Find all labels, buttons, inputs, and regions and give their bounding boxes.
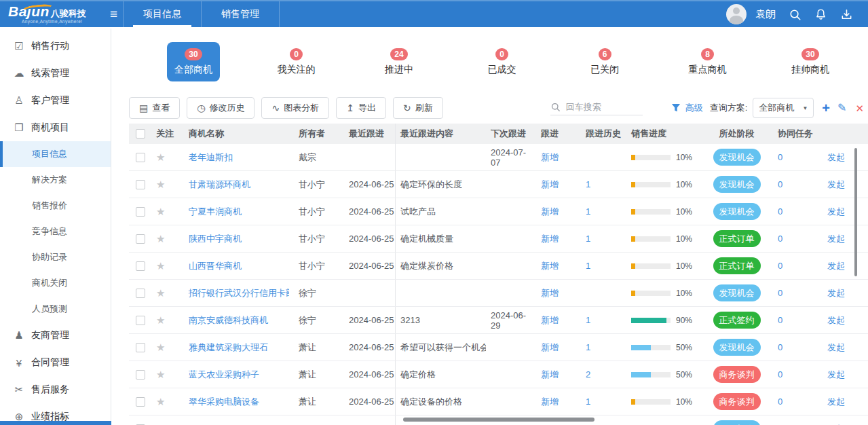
follow-add-link[interactable]: 新增 — [541, 206, 559, 217]
edit-scheme-icon[interactable]: ✎ — [837, 103, 846, 113]
row-checkbox[interactable] — [136, 234, 145, 244]
star-icon[interactable]: ★ — [156, 260, 165, 272]
follow-history-link[interactable]: 1 — [586, 206, 590, 217]
topbar-nav-item[interactable]: 项目信息 — [123, 1, 201, 27]
sidebar-item[interactable]: ✂ 售后服务 — [0, 376, 111, 403]
launch-task-link[interactable]: 发起 — [827, 233, 845, 245]
task-count-link[interactable]: 0 — [778, 152, 782, 162]
filter-tab[interactable]: 24 推进中 — [373, 42, 426, 81]
filter-tab[interactable]: 0 已成交 — [476, 42, 529, 81]
sidebar-item[interactable]: ❒ 商机项目 — [0, 114, 111, 141]
task-count-link[interactable]: 0 — [778, 179, 782, 189]
follow-add-link[interactable]: 新增 — [541, 315, 559, 325]
select-all-checkbox[interactable] — [136, 129, 145, 138]
follow-add-link[interactable]: 新增 — [541, 369, 559, 380]
follow-history-link[interactable]: 2 — [586, 369, 590, 380]
add-scheme-icon[interactable]: + — [822, 101, 830, 115]
task-count-link[interactable]: 0 — [778, 261, 782, 271]
follow-add-link[interactable]: 新增 — [541, 234, 559, 244]
scheme-select[interactable]: 全部商机 ▼ — [753, 98, 814, 118]
user-avatar[interactable] — [726, 4, 747, 24]
toolbar-button[interactable]: ◷ 修改历史 — [187, 97, 254, 119]
star-icon[interactable]: ★ — [156, 151, 165, 163]
follow-history-link[interactable]: 1 — [586, 234, 590, 244]
toolbar-button[interactable]: ↻ 刷新 — [393, 97, 443, 119]
toolbar-button[interactable]: ∿ 图表分析 — [261, 97, 329, 119]
row-checkbox[interactable] — [136, 153, 145, 162]
launch-task-link[interactable]: 发起 — [827, 396, 845, 408]
filter-tab[interactable]: 8 重点商机 — [681, 42, 734, 81]
follow-history-link[interactable]: 1 — [586, 261, 590, 271]
opportunity-name-link[interactable]: 翠华采购电脑设备 — [189, 396, 259, 407]
filter-tab[interactable]: 6 已关闭 — [578, 42, 631, 81]
star-icon[interactable]: ★ — [156, 423, 165, 425]
download-icon[interactable] — [840, 8, 853, 21]
row-checkbox[interactable] — [136, 261, 145, 271]
task-count-link[interactable]: 0 — [778, 342, 782, 352]
follow-add-link[interactable]: 新增 — [541, 261, 559, 271]
row-checkbox[interactable] — [136, 343, 145, 352]
sidebar-item[interactable]: ♙ 客户管理 — [0, 87, 111, 114]
opportunity-name-link[interactable]: 南京安威德科技商机 — [189, 315, 268, 325]
task-count-link[interactable]: 0 — [778, 396, 782, 407]
launch-task-link[interactable]: 发起 — [827, 179, 845, 191]
star-icon[interactable]: ★ — [156, 341, 165, 353]
filter-funnel-icon[interactable] — [671, 103, 681, 113]
follow-add-link[interactable]: 新增 — [541, 179, 559, 189]
toolbar-button[interactable]: ↥ 导出 — [336, 97, 386, 119]
follow-add-link[interactable]: 新增 — [541, 342, 559, 352]
star-icon[interactable]: ★ — [156, 179, 165, 190]
sidebar-item[interactable]: 商机关闭 — [0, 270, 111, 296]
launch-task-link[interactable]: 发起 — [827, 287, 845, 299]
opportunity-name-link[interactable]: 雅典建筑采购大理石 — [189, 342, 268, 352]
launch-task-link[interactable]: 发起 — [827, 341, 845, 354]
opportunity-name-link[interactable]: 蓝天农业采购种子 — [189, 369, 259, 380]
row-checkbox[interactable] — [136, 289, 145, 298]
search-icon[interactable] — [789, 8, 801, 21]
sidebar-item[interactable]: 项目信息 — [0, 141, 111, 167]
sidebar-item[interactable]: ☑ 销售行动 — [0, 33, 111, 60]
sidebar-item[interactable]: ☁ 线索管理 — [0, 60, 111, 87]
row-checkbox[interactable] — [136, 370, 145, 380]
sidebar-item[interactable]: ♟ 友商管理 — [0, 322, 111, 349]
opportunity-name-link[interactable]: 宁夏丰润商机 — [189, 206, 242, 217]
follow-history-link[interactable]: 1 — [586, 179, 590, 189]
horizontal-scrollbar[interactable] — [403, 418, 595, 422]
quick-search-input[interactable] — [565, 101, 639, 113]
follow-add-link[interactable]: 新增 — [541, 288, 559, 298]
launch-task-link[interactable]: 发起 — [827, 369, 845, 381]
sidebar-item[interactable]: 人员预测 — [0, 296, 111, 322]
star-icon[interactable]: ★ — [156, 314, 165, 326]
launch-task-link[interactable]: 发起 — [827, 151, 845, 164]
row-checkbox[interactable] — [136, 180, 145, 189]
launch-task-link[interactable]: 发起 — [827, 260, 845, 272]
sidebar-item[interactable]: 竞争信息 — [0, 219, 111, 244]
row-checkbox[interactable] — [136, 397, 145, 407]
app-logo[interactable]: Bajun 八骏科技 Anyone,Anytime,Anywhere! — [0, 4, 103, 24]
filter-tab[interactable]: 30 挂帅商机 — [784, 42, 837, 81]
advanced-search-link[interactable]: 高级 — [685, 102, 703, 114]
opportunity-name-link[interactable]: 甘肃瑞源环商机 — [189, 179, 250, 189]
notification-bell-icon[interactable] — [814, 8, 827, 21]
task-count-link[interactable]: 0 — [778, 315, 782, 325]
opportunity-name-link[interactable]: 招行银行武汉分行信用卡部2... — [189, 288, 289, 298]
star-icon[interactable]: ★ — [156, 233, 165, 244]
sidebar-collapse-bar[interactable] — [0, 421, 111, 425]
task-count-link[interactable]: 0 — [778, 206, 782, 217]
sidebar-item[interactable]: ¥ 合同管理 — [0, 349, 111, 376]
follow-history-link[interactable]: 1 — [586, 396, 590, 407]
follow-history-link[interactable]: 1 — [586, 342, 590, 352]
launch-task-link[interactable]: 发起 — [827, 314, 845, 327]
filter-tab[interactable]: 30 全部商机 — [167, 42, 220, 81]
topbar-nav-item[interactable]: 销售管理 — [201, 1, 280, 27]
row-checkbox[interactable] — [136, 316, 145, 325]
star-icon[interactable]: ★ — [156, 369, 165, 380]
follow-history-link[interactable]: 1 — [586, 315, 590, 325]
opportunity-name-link[interactable]: 山西晋华商机 — [189, 261, 242, 271]
follow-add-link[interactable]: 新增 — [541, 152, 559, 162]
vertical-scrollbar[interactable] — [854, 148, 857, 276]
filter-tab[interactable]: 0 我关注的 — [270, 42, 323, 81]
task-count-link[interactable]: 0 — [778, 288, 782, 298]
star-icon[interactable]: ★ — [156, 287, 165, 299]
toolbar-button[interactable]: ▤ 查看 — [129, 97, 180, 119]
